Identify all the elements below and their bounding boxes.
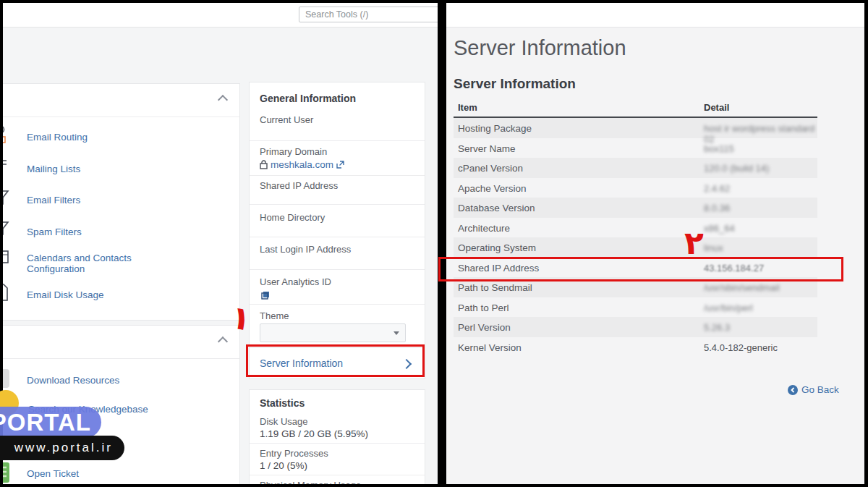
table-header: Item Detail [454,98,817,118]
search-input[interactable] [299,7,438,22]
statistics-card: Statistics Disk Usage 1.19 GB / 20 GB (5… [249,389,425,484]
row-detail: /usr/sbin/sendmail [704,282,780,293]
email-tools-card: Email Routing Mailing Lists Email Filter… [3,83,240,321]
server-information-pane: Server Information Server Information It… [446,3,864,484]
row-item: Kernel Version [458,342,522,353]
email-routing-icon [3,124,11,146]
go-back-label: Go Back [801,384,839,395]
sidebar-item-calendars-contacts[interactable]: Calendars and Contacts Configuration [27,253,179,274]
divider [250,175,425,176]
sidebar-item-email-routing[interactable]: Email Routing [27,132,88,143]
sidebar-item-spam-filters[interactable]: Spam Filters [27,226,82,237]
row-detail: 120.0 (build 14) [704,163,769,174]
table-row: Server Namebox115 [454,138,817,158]
theme-select[interactable] [260,323,406,342]
email-filters-icon [3,187,11,209]
column-detail: Detail [704,102,729,113]
row-item: Database Version [458,203,535,213]
primary-domain-link[interactable]: meshkala.com [271,159,333,170]
download-resources-icon [3,368,11,389]
server-info-table: Item Detail Hosting Packagehost ir wordp… [454,98,817,357]
shared-ip-label: Shared IP Address [260,180,338,191]
table-row: Database Version8.0.36 [454,198,817,218]
mailing-lists-icon [3,156,11,178]
annotation-box-server-information [246,344,425,377]
last-login-label: Last Login IP Address [260,244,351,255]
right-header-band [446,3,864,27]
row-item: Operating System [458,242,536,253]
table-row: Operating Systemlinux [454,237,817,258]
table-row: Path to Perl/usr/bin/perl [454,297,817,318]
collapse-section-icon[interactable] [218,95,228,105]
row-item: Hosting Package [458,123,532,134]
table-row: Apache Version2.4.62 [454,178,817,198]
row-item: Apache Version [458,183,527,194]
divider [250,269,425,270]
theme-label: Theme [260,310,289,321]
primary-domain-row: meshkala.com [260,159,344,170]
row-detail: /usr/bin/perl [704,302,753,313]
spam-filters-icon [3,219,11,241]
column-item: Item [458,102,477,113]
general-information-card: General Information Current User Primary… [249,82,425,379]
row-item: Perl Version [458,322,511,333]
section-title: Server Information [454,76,576,92]
row-item: Server Name [458,143,516,154]
row-item: Path to Perl [458,302,509,313]
row-detail: 2.4.62 [704,183,730,194]
divider [250,475,425,475]
sidebar-item-email-disk-usage[interactable]: Email Disk Usage [27,289,104,300]
portal-logo: PORTAL [0,407,101,438]
copy-icon[interactable] [261,291,270,300]
annotation-box-shared-ip [438,257,843,281]
row-detail: 8.0.36 [704,203,730,213]
row-detail: box115 [704,143,734,154]
calendars-contacts-icon [3,247,11,269]
open-ticket-icon [3,462,11,483]
support-card: Download Resources Search our Knowledgeb… [3,325,240,484]
chevron-down-icon [393,331,399,335]
sidebar-item-download-resources[interactable]: Download Resources [27,375,119,386]
portal-url-badge: www.portal.ir [0,436,124,460]
sidebar-item-email-filters[interactable]: Email Filters [27,195,80,206]
collapse-section-icon[interactable] [218,336,228,347]
memory-usage-label: Physical Memory Usage [260,480,361,484]
entry-processes-value: 1 / 20 (5%) [260,460,307,471]
go-back-link[interactable]: Go Back [788,384,839,395]
table-row: cPanel Version120.0 (build 14) [454,158,817,178]
row-item: Path to Sendmail [458,282,532,293]
portal-logo-text: PORTAL [0,409,91,436]
row-item: Architecture [458,223,510,234]
page-title: Server Information [454,36,626,60]
divider [250,140,425,141]
row-detail: x86_64 [704,223,735,234]
table-row: Kernel Version5.4.0-182-generic [454,337,817,357]
row-item: cPanel Version [458,163,523,174]
primary-domain-label: Primary Domain [260,146,327,157]
lock-icon [260,160,268,169]
row-detail: linux [704,242,723,253]
divider [3,358,239,359]
divider [250,443,425,444]
back-arrow-icon [788,385,798,395]
entry-processes-label: Entry Processes [260,448,328,459]
divider [250,304,425,305]
divider [250,204,425,205]
divider [3,117,239,117]
divider [250,237,425,237]
row-detail: 5.26.3 [704,322,730,333]
sidebar-item-open-ticket[interactable]: Open Ticket [27,468,79,479]
user-analytics-label: User Analytics ID [260,276,331,287]
row-detail: 5.4.0-182-generic [704,342,778,353]
disk-usage-label: Disk Usage [260,416,307,427]
statistics-title: Statistics [260,397,305,409]
portal-url-text: www.portal.ir [14,441,113,455]
table-row: Hosting Packagehost ir wordpress standar… [454,118,817,138]
home-directory-label: Home Directory [260,212,325,223]
current-user-label: Current User [260,114,313,125]
general-information-title: General Information [260,93,356,104]
external-link-icon[interactable] [336,161,344,169]
sidebar-item-mailing-lists[interactable]: Mailing Lists [27,164,80,174]
table-row: Architecturex86_64 [454,218,817,238]
table-row: Perl Version5.26.3 [454,317,817,337]
